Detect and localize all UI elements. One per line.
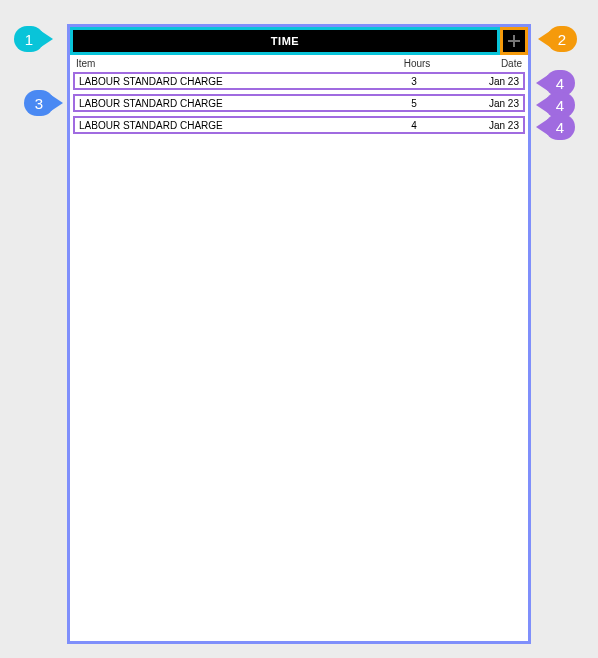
cell-hours: 4 [379, 120, 449, 131]
add-button[interactable] [500, 27, 528, 55]
cell-date: Jan 23 [449, 76, 519, 87]
panel-title-text: TIME [271, 35, 299, 47]
callout-label: 4 [556, 119, 564, 136]
header-item: Item [76, 58, 382, 69]
callout-label: 1 [25, 31, 33, 48]
svg-rect-1 [508, 40, 520, 42]
header-date: Date [452, 58, 522, 69]
panel-title: TIME [70, 27, 500, 55]
table-row[interactable]: LABOUR STANDARD CHARGE 4 Jan 23 [73, 116, 525, 134]
plus-icon [507, 34, 521, 48]
callout-label: 4 [556, 97, 564, 114]
time-panel: TIME Item Hours Date LABOUR STANDARD CHA… [67, 24, 531, 644]
cell-date: Jan 23 [449, 120, 519, 131]
table-row[interactable]: LABOUR STANDARD CHARGE 5 Jan 23 [73, 94, 525, 112]
callout-3: 3 [24, 90, 54, 116]
callout-label: 4 [556, 75, 564, 92]
callout-4c: 4 [545, 114, 575, 140]
cell-hours: 3 [379, 76, 449, 87]
cell-date: Jan 23 [449, 98, 519, 109]
callout-label: 3 [35, 95, 43, 112]
callout-label: 2 [558, 31, 566, 48]
cell-hours: 5 [379, 98, 449, 109]
header-hours: Hours [382, 58, 452, 69]
cell-item: LABOUR STANDARD CHARGE [79, 76, 379, 87]
cell-item: LABOUR STANDARD CHARGE [79, 98, 379, 109]
table-row[interactable]: LABOUR STANDARD CHARGE 3 Jan 23 [73, 72, 525, 90]
callout-2: 2 [547, 26, 577, 52]
title-row: TIME [70, 27, 528, 55]
column-headers: Item Hours Date [70, 55, 528, 72]
rows-container: LABOUR STANDARD CHARGE 3 Jan 23 LABOUR S… [70, 72, 528, 138]
cell-item: LABOUR STANDARD CHARGE [79, 120, 379, 131]
callout-1: 1 [14, 26, 44, 52]
